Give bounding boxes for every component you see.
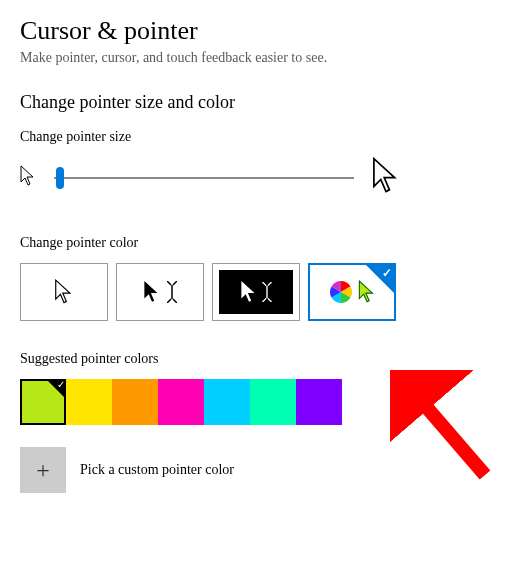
color-swatch-2[interactable]	[112, 379, 158, 425]
color-wheel-icon	[328, 279, 354, 305]
pointer-color-black[interactable]	[116, 263, 204, 321]
section-size-color: Change pointer size and color	[20, 92, 507, 113]
color-swatch-3[interactable]	[158, 379, 204, 425]
cursor-small-icon	[20, 165, 36, 191]
custom-color-row: + Pick a custom pointer color	[20, 447, 507, 493]
cursor-large-icon	[372, 157, 400, 199]
pointer-size-label: Change pointer size	[20, 129, 507, 145]
color-swatch-1[interactable]	[66, 379, 112, 425]
pointer-color-white[interactable]	[20, 263, 108, 321]
plus-icon: +	[36, 457, 50, 484]
page-title: Cursor & pointer	[20, 16, 507, 46]
add-custom-color-button[interactable]: +	[20, 447, 66, 493]
page-subtitle: Make pointer, cursor, and touch feedback…	[20, 50, 507, 66]
custom-color-label: Pick a custom pointer color	[80, 462, 234, 478]
pointer-size-row	[20, 157, 507, 199]
pointer-color-custom[interactable]	[308, 263, 396, 321]
suggested-colors-label: Suggested pointer colors	[20, 351, 507, 367]
pointer-color-inverted[interactable]	[212, 263, 300, 321]
suggested-colors	[20, 379, 507, 425]
color-swatch-5[interactable]	[250, 379, 296, 425]
swatch-check-icon	[46, 379, 66, 399]
pointer-size-slider[interactable]	[54, 177, 354, 179]
color-swatch-4[interactable]	[204, 379, 250, 425]
pointer-color-options	[20, 263, 507, 321]
color-swatch-6[interactable]	[296, 379, 342, 425]
color-swatch-0[interactable]	[20, 379, 66, 425]
slider-thumb[interactable]	[56, 167, 64, 189]
selected-check-icon	[366, 265, 394, 293]
pointer-color-label: Change pointer color	[20, 235, 507, 251]
